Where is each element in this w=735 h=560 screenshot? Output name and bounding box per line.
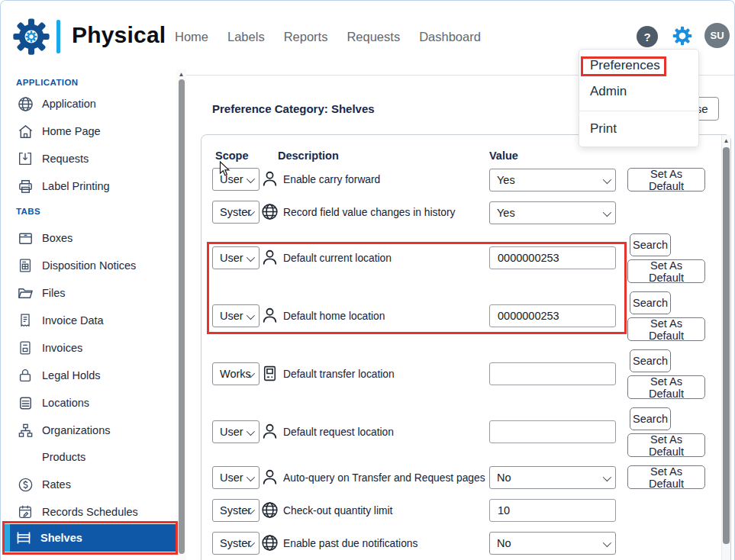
sidebar-item-rates[interactable]: Rates (1, 471, 175, 498)
nav-dashboard[interactable]: Dashboard (419, 30, 481, 44)
value-input[interactable] (489, 420, 616, 443)
chevron-down-icon (603, 473, 611, 481)
sidebar-item-files[interactable]: Files (1, 279, 175, 307)
value-input[interactable] (489, 304, 616, 327)
set-as-default-button[interactable]: Set As Default (627, 465, 705, 489)
sidebar-item-invoice-data[interactable]: Invoice Data (1, 307, 175, 334)
scope-select[interactable]: User (212, 420, 260, 443)
chevron-down-icon (247, 253, 255, 262)
chevron-down-icon (603, 539, 611, 547)
menu-item-admin[interactable]: Admin (590, 84, 627, 99)
sidebar: APPLICATION Application Home Page Reques… (1, 74, 176, 560)
preference-description: Record field value changes in history (283, 207, 455, 218)
chevron-down-icon (247, 311, 255, 320)
sidebar-item-requests[interactable]: Requests (1, 145, 175, 172)
preference-description: Default transfer location (283, 369, 395, 380)
nav-labels[interactable]: Labels (227, 30, 265, 44)
user-avatar[interactable]: SU (704, 23, 730, 48)
set-as-default-button[interactable]: Set As Default (627, 317, 705, 341)
sidebar-item-records-schedules[interactable]: Records Schedules (1, 498, 175, 526)
value-input[interactable] (489, 246, 616, 269)
value-input[interactable] (489, 362, 616, 385)
help-icon[interactable]: ? (637, 26, 658, 47)
search-button[interactable]: Search (630, 233, 671, 256)
sidebar-item-invoices[interactable]: Invoices (1, 334, 175, 362)
settings-gear-icon[interactable] (672, 25, 693, 47)
sidebar-item-boxes[interactable]: Boxes (1, 224, 175, 252)
user-icon (260, 468, 279, 488)
scope-select[interactable]: User (212, 466, 260, 489)
sidebar-item-organizations[interactable]: Organizations (1, 417, 175, 444)
box-icon (16, 229, 34, 247)
scope-select[interactable]: Works (212, 362, 260, 385)
scope-select[interactable]: User (212, 304, 260, 327)
chevron-down-icon (247, 175, 255, 183)
value-select[interactable]: No (489, 532, 616, 555)
nav-reports[interactable]: Reports (284, 30, 328, 44)
dollar-circle-icon (16, 475, 34, 494)
receipt-icon (16, 311, 34, 330)
sidebar-item-legal-holds[interactable]: Legal Holds (1, 362, 175, 389)
printer-icon (16, 177, 34, 195)
globe-icon (260, 202, 279, 222)
shelf-icon (15, 529, 33, 547)
search-button[interactable]: Search (630, 407, 671, 430)
scope-select[interactable]: User (212, 246, 260, 269)
panel-scrollbar-thumb[interactable] (723, 147, 730, 544)
workstation-icon (260, 364, 279, 384)
nav-home[interactable]: Home (175, 30, 208, 44)
brand-divider-bar (56, 20, 60, 53)
value-select[interactable]: Yes (489, 169, 616, 191)
calendar-pencil-icon (16, 503, 34, 521)
user-icon (260, 169, 279, 189)
value-select[interactable]: No (489, 466, 616, 489)
lock-icon (16, 366, 34, 385)
sidebar-item-locations[interactable]: Locations (1, 389, 175, 417)
menu-item-preferences[interactable]: Preferences (590, 58, 660, 73)
chevron-down-icon (603, 208, 611, 217)
user-icon (260, 248, 279, 268)
sidebar-scrollbar-thumb[interactable] (179, 79, 185, 554)
globe-icon (16, 95, 34, 113)
search-button[interactable]: Search (630, 291, 671, 314)
sidebar-item-products[interactable]: Products (1, 443, 175, 471)
sidebar-item-application[interactable]: Application (1, 90, 175, 117)
sidebar-section-tabs: TABS (16, 207, 40, 216)
sidebar-item-home-page[interactable]: Home Page (1, 117, 175, 145)
document-table-icon (16, 256, 34, 275)
value-input[interactable] (489, 499, 616, 522)
globe-icon (260, 533, 279, 553)
settings-dropdown-menu: Preferences Admin Print (579, 49, 699, 147)
set-as-default-button[interactable]: Set As Default (627, 259, 705, 283)
user-icon (260, 422, 279, 442)
blank-icon (16, 448, 34, 466)
set-as-default-button[interactable]: Set As Default (627, 375, 705, 399)
folder-icon (16, 284, 34, 302)
scope-select[interactable]: Syster (212, 532, 260, 555)
preference-description: Default request location (283, 426, 394, 438)
nav-requests[interactable]: Requests (347, 30, 400, 44)
scope-select[interactable]: Syster (212, 201, 260, 224)
sidebar-item-shelves[interactable]: Shelves (5, 524, 176, 552)
inbox-tray-icon (16, 150, 34, 168)
sidebar-scrollbar-up-icon[interactable]: ▲ (177, 69, 185, 79)
chevron-down-icon (603, 175, 611, 184)
value-select[interactable]: Yes (489, 201, 616, 224)
selected-item-accent-strip (5, 524, 10, 552)
org-chart-icon (16, 421, 34, 439)
app-logo-gear-icon (11, 16, 52, 57)
panel-scrollbar-up-icon[interactable]: ▲ (722, 136, 730, 146)
search-button[interactable]: Search (630, 349, 671, 372)
menu-item-print[interactable]: Print (590, 121, 617, 137)
scope-select[interactable]: Syster (212, 499, 260, 522)
top-nav: Home Labels Reports Requests Dashboard (175, 1, 481, 72)
document-icon (16, 339, 34, 357)
set-as-default-button[interactable]: Set As Default (627, 168, 705, 191)
sidebar-item-label-printing[interactable]: Label Printing (1, 172, 175, 200)
sidebar-section-application: APPLICATION (16, 78, 79, 87)
preference-description: Check-out quantity limit (283, 505, 392, 517)
sidebar-item-disposition-notices[interactable]: Disposition Notices (1, 252, 175, 279)
set-as-default-button[interactable]: Set As Default (627, 433, 705, 457)
preference-description: Auto-query on Transfer and Request pages (283, 472, 485, 484)
mouse-cursor (219, 161, 231, 178)
